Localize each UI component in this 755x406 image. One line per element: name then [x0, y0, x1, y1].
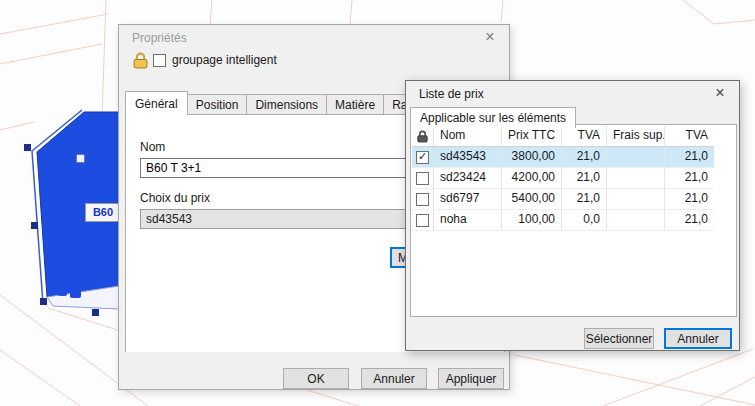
cell-frais: [607, 189, 665, 209]
cell-tva2: 21,0: [665, 168, 714, 188]
cell-nom: noha: [434, 210, 502, 230]
cell-prix: 5400,00: [502, 189, 562, 209]
lock-icon: [417, 130, 428, 143]
cell-nom: sd6797: [434, 189, 502, 209]
groupage-checkbox[interactable]: [153, 54, 166, 67]
row-checkbox[interactable]: [416, 193, 429, 206]
column-header-prix[interactable]: Prix TTC: [502, 126, 562, 146]
row-checkbox[interactable]: [416, 172, 429, 185]
price-list-panel: Nom Prix TTC TVA Frais sup. TVA ✓ sd4354…: [410, 124, 737, 317]
application-window: B60 Propriétés × groupage intelligent Gé…: [0, 0, 755, 406]
properties-dialog-title: Propriétés: [132, 31, 187, 45]
table-row[interactable]: ✓ sd43543 3800,00 21,0 21,0: [412, 147, 714, 168]
properties-titlebar[interactable]: Propriétés ×: [119, 25, 509, 49]
cell-nom: sd23424: [434, 168, 502, 188]
cancel-button[interactable]: Annuler: [664, 328, 732, 349]
cell-tva: 21,0: [562, 168, 607, 188]
cell-prix: 100,00: [502, 210, 562, 230]
lock-icon: [133, 52, 148, 69]
close-icon[interactable]: ×: [481, 28, 499, 46]
table-row[interactable]: sd23424 4200,00 21,0 21,0: [412, 168, 714, 189]
cancel-button[interactable]: Annuler: [361, 368, 427, 389]
price-list-dialog: Liste de prix × Applicable sur les éléme…: [405, 80, 740, 351]
tab-general[interactable]: Général: [125, 91, 188, 115]
cell-tva: 21,0: [562, 147, 607, 167]
cell-tva2: 21,0: [665, 147, 714, 167]
properties-footer: OK Annuler Appliquer: [119, 352, 509, 389]
column-header-tva2[interactable]: TVA: [665, 126, 714, 146]
cell-tva: 21,0: [562, 189, 607, 209]
tab-dimensions[interactable]: Dimensions: [246, 94, 327, 115]
cell-frais: [607, 147, 665, 167]
cell-tva2: 21,0: [665, 189, 714, 209]
column-header-nom[interactable]: Nom: [434, 126, 502, 146]
ok-button[interactable]: OK: [283, 368, 349, 389]
column-header-frais[interactable]: Frais sup.: [607, 126, 665, 146]
row-checkbox[interactable]: [416, 214, 429, 227]
cell-nom: sd43543: [434, 147, 502, 167]
tab-matiere[interactable]: Matière: [326, 94, 384, 115]
cell-frais: [607, 210, 665, 230]
row-checkbox[interactable]: ✓: [416, 151, 429, 164]
close-icon[interactable]: ×: [711, 84, 729, 102]
table-row[interactable]: noha 100,00 0,0 21,0: [412, 210, 714, 231]
price-table: Nom Prix TTC TVA Frais sup. TVA ✓ sd4354…: [412, 126, 714, 231]
price-list-dialog-title: Liste de prix: [419, 87, 484, 101]
price-list-titlebar[interactable]: Liste de prix ×: [406, 81, 739, 105]
object-label: B60: [85, 203, 121, 222]
cell-prix: 4200,00: [502, 168, 562, 188]
cell-prix: 3800,00: [502, 147, 562, 167]
grouping-row: groupage intelligent: [133, 51, 277, 69]
lock-column-header: [412, 126, 434, 146]
tab-position[interactable]: Position: [187, 94, 248, 115]
cell-tva: 0,0: [562, 210, 607, 230]
tab-applicable-elements[interactable]: Applicable sur les éléments: [410, 107, 576, 128]
price-choice-label: Choix du prix: [140, 191, 210, 205]
column-header-tva[interactable]: TVA: [562, 126, 607, 146]
cell-frais: [607, 168, 665, 188]
cell-tva2: 21,0: [665, 210, 714, 230]
groupage-checkbox-label: groupage intelligent: [172, 53, 277, 67]
select-button[interactable]: Sélectionner: [584, 328, 654, 349]
table-row[interactable]: sd6797 5400,00 21,0 21,0: [412, 189, 714, 210]
object-foot: [70, 282, 81, 298]
name-field-label: Nom: [140, 140, 165, 154]
object-foot: [58, 279, 67, 296]
apply-button[interactable]: Appliquer: [438, 368, 504, 389]
table-header-row[interactable]: Nom Prix TTC TVA Frais sup. TVA: [412, 126, 714, 147]
